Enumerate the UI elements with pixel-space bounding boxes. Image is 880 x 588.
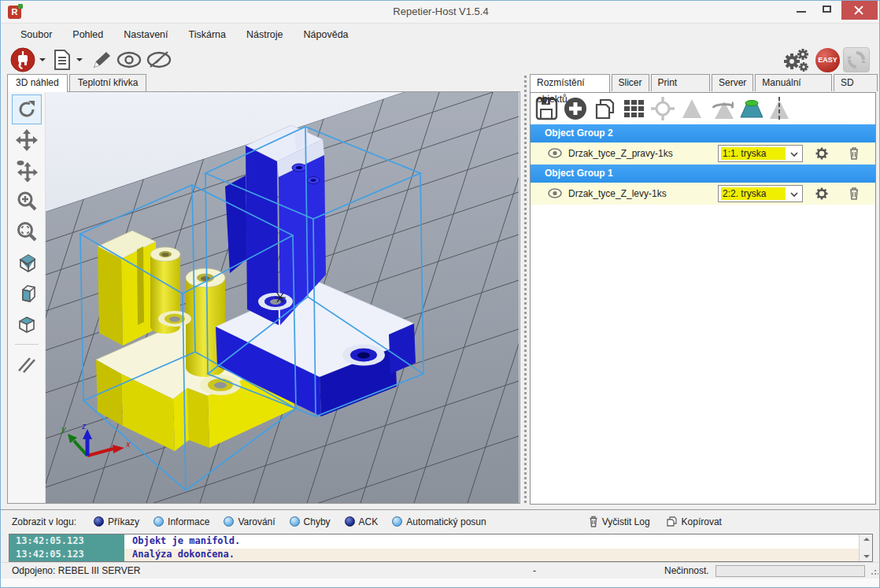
ack-dot-icon <box>345 516 355 527</box>
3d-canvas[interactable]: x y z <box>46 92 519 503</box>
filter-varovani[interactable]: Varování <box>224 516 275 527</box>
minimize-button[interactable] <box>789 1 813 18</box>
visibility-eye-icon[interactable] <box>548 188 562 198</box>
move-object-icon <box>16 160 38 182</box>
copy-log-label: Kopírovat <box>682 516 722 527</box>
object-group-header[interactable]: Object Group 1 <box>531 165 875 183</box>
menu-soubor[interactable]: Soubor <box>10 25 62 44</box>
object-group-header[interactable]: Object Group 2 <box>531 124 875 142</box>
tab-server[interactable]: Server <box>712 74 753 91</box>
extruder-select[interactable]: 2:2. tryska <box>718 185 803 202</box>
panel-splitter[interactable] <box>521 74 530 505</box>
right-panel-tabs: Rozmístění objektů Slicer Print Preview … <box>530 74 879 92</box>
scale-icon <box>681 97 703 120</box>
object-settings-gear-icon[interactable] <box>815 147 828 160</box>
resize-grip[interactable] <box>871 568 878 575</box>
clear-log-label: Vyčistit Log <box>602 516 650 527</box>
view-tabs: 3D náhled Teplotní křivka <box>7 74 148 92</box>
extruder-value: 2:2. tryska <box>721 187 786 200</box>
tool-zoom-fit[interactable] <box>12 217 42 247</box>
zoom-fit-icon <box>16 221 38 243</box>
tool-view-front[interactable] <box>12 279 42 309</box>
scale-object-button[interactable] <box>679 96 704 121</box>
lay-flat-button[interactable] <box>738 96 763 121</box>
log-entry: 13:42:05.123 Objekt je manifold. <box>9 535 860 549</box>
maximize-button[interactable] <box>815 1 838 18</box>
easy-mode-button[interactable]: EASY <box>815 48 840 72</box>
delete-trash-icon[interactable] <box>849 187 860 200</box>
menu-pohled[interactable]: Pohled <box>62 25 113 44</box>
log-entry-time: 13:42:05.123 <box>9 549 860 562</box>
isometric-view-icon <box>16 252 38 274</box>
filter-chyby[interactable]: Chyby <box>290 516 331 527</box>
cut-object-button[interactable] <box>767 96 792 121</box>
extruder-select[interactable]: 1:1. tryska <box>718 145 803 162</box>
center-object-button[interactable] <box>650 96 675 121</box>
tab-sd-karta[interactable]: SD karta <box>834 74 878 91</box>
close-button[interactable] <box>841 1 878 20</box>
rotate-object-icon <box>708 97 734 120</box>
window-frame-bottom <box>1 579 880 588</box>
scroll-up-icon[interactable] <box>863 538 870 541</box>
tab-3d-nahled[interactable]: 3D náhled <box>7 74 68 92</box>
log-scrollbar[interactable] <box>859 534 872 561</box>
visibility-eye-icon[interactable] <box>548 148 562 158</box>
tool-view-top[interactable] <box>12 309 42 339</box>
errors-dot-icon <box>290 516 300 527</box>
menu-tiskarna[interactable]: Tiskárna <box>179 25 236 44</box>
tool-rotate-view[interactable] <box>12 94 42 124</box>
log-timestamp: 13:42:05.123 <box>16 549 118 560</box>
viewport-toolstrip <box>8 92 46 503</box>
log-timestamp: 13:42:05.123 <box>16 535 118 546</box>
delete-trash-icon[interactable] <box>849 146 860 160</box>
connect-dropdown-caret[interactable] <box>39 58 46 65</box>
rotate-object-button[interactable] <box>708 96 734 121</box>
menu-napoveda[interactable]: Nápověda <box>294 25 359 44</box>
copy-object-button[interactable] <box>592 96 617 121</box>
edit-gcode-button[interactable] <box>87 46 114 73</box>
emergency-stop-button[interactable] <box>843 47 870 72</box>
connect-button[interactable] <box>9 46 37 73</box>
progress-bar <box>715 565 865 577</box>
tool-move-view[interactable] <box>12 125 42 155</box>
tool-move-object[interactable] <box>12 156 42 186</box>
show-filament-button[interactable] <box>114 46 144 73</box>
log-message: Objekt je manifold. <box>132 535 240 546</box>
printer-settings-button[interactable] <box>779 46 812 73</box>
tab-teplotni-krivka[interactable]: Teplotní křivka <box>69 74 147 91</box>
tool-view-isometric[interactable] <box>12 248 42 278</box>
load-dropdown-caret[interactable] <box>76 58 83 65</box>
menu-nastaveni[interactable]: Nastavení <box>113 25 178 44</box>
tab-print-preview[interactable]: Print Preview <box>651 74 710 91</box>
menu-bar: Soubor Pohled Nastavení Tiskárna Nástroj… <box>1 23 880 46</box>
hide-travel-button[interactable] <box>144 46 174 73</box>
object-toolbar <box>531 93 875 124</box>
filter-label: Varování <box>238 516 275 527</box>
clear-log-button[interactable]: Vyčistit Log <box>589 516 650 527</box>
window-title: Repetier-Host V1.5.4 <box>1 1 880 23</box>
filter-label: Příkazy <box>108 516 139 527</box>
filter-automaticky-posun[interactable]: Automatický posun <box>392 516 486 527</box>
object-row: Drzak_tyce_Z_pravy-1ks 1:1. tryska <box>531 142 875 165</box>
menu-nastroje[interactable]: Nástroje <box>236 25 294 44</box>
cut-icon <box>767 96 791 121</box>
tool-toggle-projection[interactable] <box>12 349 42 379</box>
tool-zoom-in[interactable] <box>12 187 42 216</box>
copy-log-button[interactable]: Kopírovat <box>666 516 722 527</box>
warning-dot-icon <box>224 516 234 527</box>
tab-rozmisteni-objektu[interactable]: Rozmístění objektů <box>530 74 610 92</box>
object-name: Drzak_tyce_Z_levy-1ks <box>568 188 667 199</box>
tab-slicer[interactable]: Slicer <box>612 74 649 91</box>
scroll-down-icon[interactable] <box>863 555 870 558</box>
tab-manualni-ovladani[interactable]: Manuální ovládání <box>755 74 832 91</box>
load-button[interactable] <box>50 46 74 73</box>
filter-informace[interactable]: Informace <box>153 516 209 527</box>
log-filter-label: Zobrazit v logu: <box>12 516 76 527</box>
titlebar: R Repetier-Host V1.5.4 <box>1 1 880 23</box>
autoposition-button[interactable] <box>621 96 646 121</box>
filter-prikazy[interactable]: Příkazy <box>94 516 139 527</box>
object-settings-gear-icon[interactable] <box>815 187 828 200</box>
connection-status: Odpojeno: REBEL III SERVER <box>12 565 140 576</box>
toolstrip-separator <box>15 344 39 345</box>
filter-ack[interactable]: ACK <box>345 516 379 527</box>
